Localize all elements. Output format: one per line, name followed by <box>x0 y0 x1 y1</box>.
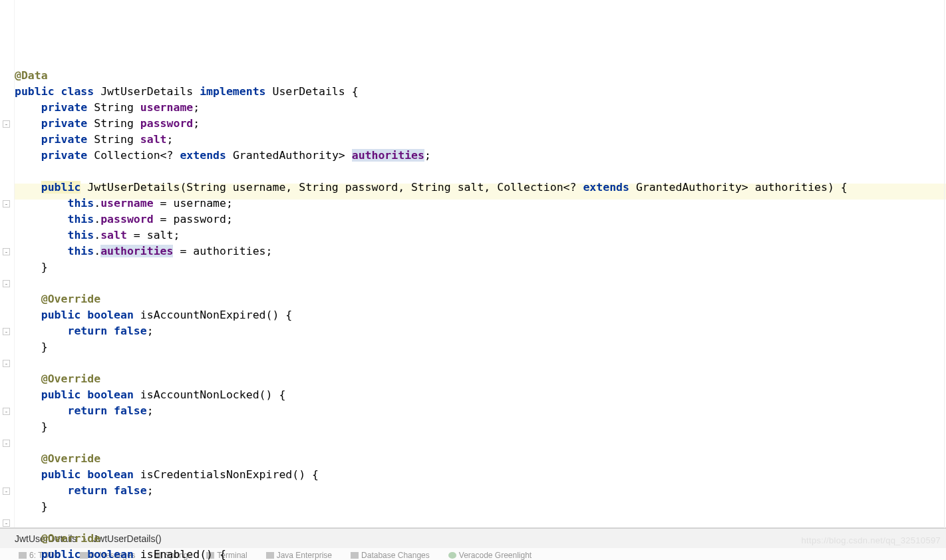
kw-this: this <box>67 213 94 225</box>
kw-private: private <box>41 101 88 114</box>
interface-name: UserDetails <box>272 85 345 98</box>
kw-this: this <box>67 197 94 210</box>
field-password: password <box>100 213 153 225</box>
annotation-override: @Override <box>41 452 100 465</box>
code-area[interactable]: @Data public class JwtUserDetails implem… <box>15 0 946 527</box>
kw-boolean: boolean <box>87 388 134 401</box>
kw-public: public <box>41 388 81 401</box>
kw-boolean: boolean <box>87 309 134 321</box>
fold-marker-icon[interactable]: - <box>3 280 10 287</box>
fold-marker-icon[interactable]: - <box>3 519 10 527</box>
kw-private: private <box>41 117 88 130</box>
annotation-override: @Override <box>41 372 100 385</box>
kw-false: false <box>114 484 147 497</box>
kw-return: return <box>67 404 107 417</box>
kw-implements: implements <box>200 85 265 98</box>
kw-boolean: boolean <box>87 468 134 481</box>
type-string: String <box>94 101 134 114</box>
field-authorities: authorities <box>100 245 173 257</box>
annotation-override: @Override <box>41 293 100 305</box>
field-username: username <box>100 197 153 210</box>
kw-private: private <box>41 149 88 162</box>
type-grantedauthority: GrantedAuthority <box>233 149 339 162</box>
fold-marker-icon[interactable]: - <box>3 200 10 208</box>
kw-this: this <box>67 229 94 241</box>
fold-marker-icon[interactable]: - <box>3 488 10 495</box>
kw-class: class <box>61 85 94 98</box>
kw-public: public <box>41 548 81 560</box>
kw-return: return <box>67 325 107 337</box>
method-iscredentialsnonexpired: isCredentialsNonExpired <box>140 468 292 481</box>
field-authorities: authorities <box>352 149 424 162</box>
fold-marker-icon[interactable]: - <box>3 440 10 447</box>
field-username: username <box>140 101 193 114</box>
field-salt: salt <box>100 229 127 241</box>
constructor-name: JwtUserDetails <box>87 181 180 194</box>
kw-boolean: boolean <box>87 548 134 560</box>
fold-marker-icon[interactable]: - <box>3 408 10 415</box>
fold-marker-icon[interactable]: - <box>3 248 10 255</box>
method-isaccountnonexpired: isAccountNonExpired <box>140 309 266 321</box>
kw-public: public <box>15 85 55 98</box>
kw-public: public <box>41 181 81 194</box>
type-collection: Collection <box>94 149 160 162</box>
class-name: JwtUserDetails <box>100 85 193 98</box>
annotation-override: @Override <box>41 532 100 545</box>
fold-marker-icon[interactable]: - <box>3 360 10 367</box>
method-isaccountnonlocked: isAccountNonLocked <box>140 388 259 401</box>
kw-extends: extends <box>180 149 226 162</box>
kw-private: private <box>41 133 88 146</box>
method-isenabled: isEnabled <box>140 548 200 560</box>
kw-return: return <box>67 484 107 497</box>
editor-gutter: - - - - - - - - - - <box>0 0 15 527</box>
kw-this: this <box>67 245 94 257</box>
field-password: password <box>140 117 193 130</box>
kw-false: false <box>114 325 147 337</box>
type-string: String <box>94 133 134 146</box>
fold-marker-icon[interactable]: - <box>3 328 10 335</box>
code-editor[interactable]: - - - - - - - - - - @Data public class J… <box>0 0 946 528</box>
type-string: String <box>94 117 134 130</box>
annotation-data: @Data <box>15 69 48 82</box>
kw-false: false <box>114 404 147 417</box>
kw-public: public <box>41 309 81 321</box>
fold-marker-icon[interactable]: - <box>3 120 10 128</box>
field-salt: salt <box>140 133 167 146</box>
kw-public: public <box>41 468 81 481</box>
